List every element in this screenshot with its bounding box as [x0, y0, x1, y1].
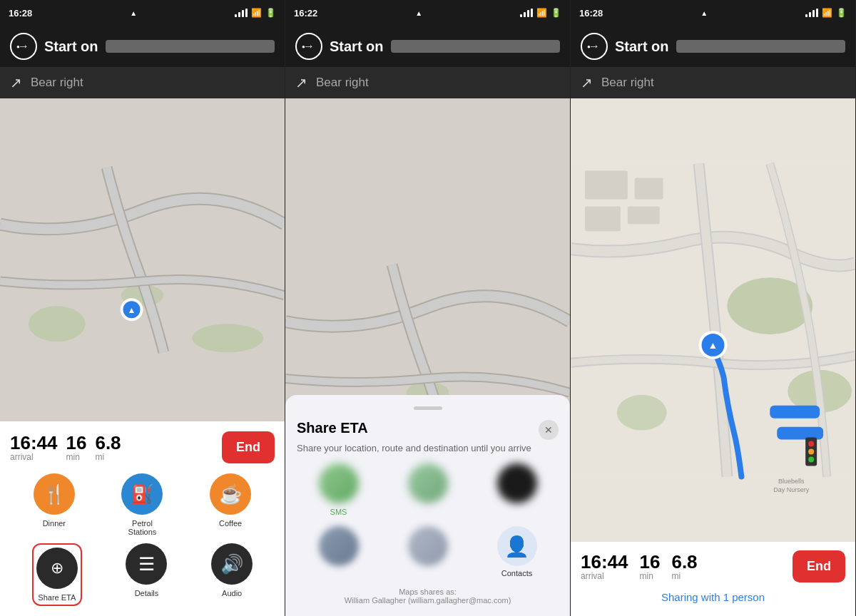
- status-time-1: 16:28: [9, 8, 32, 19]
- svg-rect-15: [585, 171, 628, 200]
- nav-header-3: Start on: [571, 26, 855, 67]
- bear-right-text-3: Bear right: [601, 76, 654, 90]
- street-name-blur-1: [106, 40, 275, 53]
- close-icon: ✕: [544, 424, 553, 436]
- contact-avatar-5: [408, 526, 448, 566]
- nav-header-2: Start on: [285, 26, 570, 67]
- trip-row-3: 16:44 arrival 16 min 6.8 mi End: [581, 550, 845, 582]
- contact-item-4[interactable]: [319, 526, 359, 578]
- map-svg-1: ▲: [0, 98, 285, 421]
- dinner-icon-1: 🍴: [34, 473, 75, 515]
- footer-text: Maps shares as:William Gallagher (willia…: [345, 587, 511, 605]
- phone-panel-2: 16:22 ▲ 📶 🔋 Start on ↗ Bear right: [285, 0, 571, 616]
- contact-item-2[interactable]: [408, 463, 448, 516]
- nav-title-2: Start on: [330, 38, 384, 55]
- contact-item-sms[interactable]: SMS: [319, 463, 359, 516]
- coffee-icon-1: ☕: [210, 473, 251, 515]
- share-eta-label-1: Share ETA: [38, 593, 76, 602]
- action-share-eta-1[interactable]: ⊕ Share ETA: [32, 543, 82, 606]
- status-bar-3: 16:28 ▲ 📶 🔋: [571, 0, 855, 26]
- modal-title: Share ETA: [297, 420, 368, 436]
- contact-avatar-2: [408, 463, 448, 503]
- minutes-label-1: min: [66, 452, 87, 462]
- end-button-1[interactable]: End: [222, 431, 275, 463]
- modal-subtitle: Share your location, route and destinati…: [297, 443, 559, 453]
- contact-avatar-sms: [319, 463, 359, 503]
- sharing-label-3: Sharing with 1 person: [581, 587, 845, 610]
- wifi-icon-1: 📶: [251, 8, 262, 18]
- svg-text:▲: ▲: [708, 339, 718, 351]
- signal-bars-1: [235, 9, 248, 17]
- svg-rect-16: [635, 178, 663, 200]
- petrol-icon-1: ⛽: [121, 473, 163, 515]
- street-name-blur-2: [391, 40, 560, 53]
- modal-close-button[interactable]: ✕: [539, 420, 559, 440]
- contacts-row-2: 👤 Contacts: [297, 526, 559, 578]
- action-details-1[interactable]: ☰ Details: [126, 543, 167, 606]
- action-coffee-1[interactable]: ☕ Coffee: [210, 473, 251, 536]
- map-area-2: ▲ Share ETA ✕ Share your location, route…: [285, 98, 570, 616]
- details-label-1: Details: [135, 589, 159, 597]
- battery-icon-1: 🔋: [265, 8, 276, 18]
- svg-rect-18: [628, 206, 660, 224]
- arrival-label-3: arrival: [581, 571, 628, 581]
- bottom-sheet-1: 16:44 arrival 16 min 6.8 mi End 🍴 Dinner: [0, 421, 285, 616]
- contact-item-3[interactable]: [497, 463, 537, 516]
- bear-right-icon-2: ↗: [295, 74, 307, 91]
- svg-text:Day Nursery: Day Nursery: [773, 486, 809, 493]
- nav-direction-icon-3: [581, 33, 608, 60]
- nav-title-1: Start on: [44, 38, 98, 55]
- contacts-label: Contacts: [501, 569, 532, 578]
- phone-panel-1: 16:28 ▲ 📶 🔋 Start on ↗ Bear right: [0, 0, 285, 616]
- details-icon-1: ☰: [126, 543, 167, 585]
- status-time-3: 16:28: [579, 8, 603, 19]
- contact-item-contacts[interactable]: 👤 Contacts: [497, 526, 537, 578]
- arrival-label-1: arrival: [10, 452, 58, 462]
- svg-rect-22: [770, 406, 820, 419]
- svg-point-21: [617, 395, 667, 431]
- bottom-info-3: 16:44 arrival 16 min 6.8 mi End Sharing …: [571, 542, 855, 616]
- distance-value-1: 6.8: [95, 433, 121, 452]
- modal-handle: [414, 406, 442, 410]
- status-time-2: 16:22: [294, 8, 317, 19]
- contact-avatar-3: [497, 463, 537, 503]
- location-icon-2: ▲: [415, 9, 422, 17]
- map-svg-3: ▲ Bluebells Day Nursery: [571, 98, 855, 542]
- distance-stat-3: 6.8 mi: [671, 553, 697, 581]
- arrival-stat-1: 16:44 arrival: [10, 433, 58, 462]
- bear-right-bar-1: ↗ Bear right: [0, 67, 285, 98]
- contacts-icon: 👤: [504, 535, 529, 558]
- trip-info-1: 16:44 arrival 16 min 6.8 mi End: [10, 431, 275, 463]
- battery-icon-2: 🔋: [551, 8, 561, 18]
- svg-point-30: [808, 457, 814, 463]
- end-button-3[interactable]: End: [793, 550, 845, 582]
- modal-sheet: Share ETA ✕ Share your location, route a…: [285, 395, 570, 616]
- wifi-icon-3: 📶: [822, 8, 832, 18]
- wifi-icon-2: 📶: [536, 8, 547, 18]
- actions-grid-1b: ⊕ Share ETA ☰ Details 🔊 Audio: [10, 543, 275, 606]
- contacts-row-1: SMS: [297, 463, 559, 516]
- arrival-time-1: 16:44: [10, 433, 58, 452]
- audio-icon-1: 🔊: [211, 543, 253, 585]
- nav-title-3: Start on: [615, 38, 669, 55]
- svg-point-29: [808, 449, 814, 455]
- coffee-label-1: Coffee: [219, 519, 242, 528]
- nav-header-1: Start on: [0, 26, 285, 67]
- action-petrol-1[interactable]: ⛽ PetrolStations: [121, 473, 163, 536]
- share-eta-modal: Share ETA ✕ Share your location, route a…: [285, 98, 570, 616]
- distance-unit-3: mi: [671, 571, 697, 581]
- bear-right-text-2: Bear right: [316, 76, 369, 90]
- action-dinner-1[interactable]: 🍴 Dinner: [34, 473, 75, 536]
- distance-value-3: 6.8: [671, 553, 697, 571]
- modal-footer: Maps shares as:William Gallagher (willia…: [297, 587, 559, 605]
- svg-text:Bluebells: Bluebells: [778, 478, 805, 485]
- phone-panel-3: 16:28 ▲ 📶 🔋 Start on ↗ Bear right: [571, 0, 856, 616]
- action-audio-1[interactable]: 🔊 Audio: [211, 543, 253, 606]
- sms-label: SMS: [330, 508, 347, 516]
- contact-item-5[interactable]: [408, 526, 448, 578]
- map-area-1: ▲: [0, 98, 285, 421]
- audio-label-1: Audio: [222, 589, 242, 597]
- signal-bars-3: [805, 9, 818, 17]
- minutes-stat-1: 16 min: [66, 433, 87, 462]
- dinner-label-1: Dinner: [43, 519, 66, 528]
